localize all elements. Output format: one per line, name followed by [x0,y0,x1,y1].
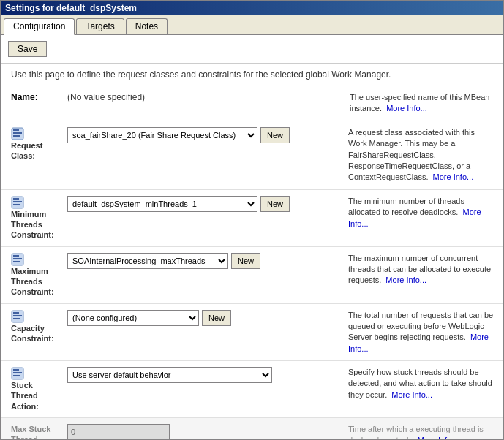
svg-rect-7 [13,204,20,205]
capacity-control: (None configured) New [63,304,341,361]
svg-rect-17 [13,369,19,371]
svg-rect-10 [13,258,22,259]
settings-window: Settings for default_dspSystem Configura… [0,0,504,440]
svg-rect-5 [13,198,19,200]
capacity-row: CapacityConstraint: (None configured) Ne… [1,304,503,362]
maximum-threads-row: MaximumThreadsConstraint: SOAInternalPro… [1,247,503,304]
description-text: Use this page to define the request clas… [1,64,503,86]
minimum-threads-help: The minimum number of threads allocated … [341,190,502,246]
svg-rect-19 [13,375,20,376]
stuck-thread-row: StuckThreadAction: Use server default be… [1,361,503,418]
svg-rect-2 [13,132,22,134]
toolbar: Save [1,35,503,64]
name-row: Name: (No value specified) The user-spec… [1,86,503,121]
stuck-thread-control: Use server default behavior [63,361,341,417]
name-value: (No value specified) [63,86,342,121]
capacity-more-info[interactable]: More [470,333,489,341]
svg-rect-6 [13,201,22,202]
maximum-threads-more-info[interactable]: More Info... [385,276,426,284]
request-class-label-cell: RequestClass: [1,121,63,189]
tab-targets[interactable]: Targets [76,18,124,34]
max-stuck-thread-label-cell: Max StuckThread [1,418,63,439]
capacity-help: The total number of requests that can be… [341,304,502,361]
svg-rect-9 [13,255,19,257]
capacity-new-button[interactable]: New [202,310,231,326]
maximum-threads-help: The maximum number of concurrent threads… [341,247,502,303]
minimum-threads-new-button[interactable]: New [260,196,290,212]
maximum-threads-label-cell: MaximumThreadsConstraint: [1,247,63,303]
capacity-icon [11,310,24,323]
svg-rect-3 [13,135,20,137]
svg-rect-13 [13,312,19,314]
tab-configuration[interactable]: Configuration [4,18,75,35]
name-help: The user-specified name of this MBean in… [342,86,503,121]
svg-rect-14 [13,315,22,316]
maximum-threads-select[interactable]: SOAInternalProcessing_maxThreads [67,253,228,269]
minimum-threads-label: MinimumThreadsConstraint: [11,209,54,240]
svg-rect-1 [13,129,19,131]
request-class-control: soa_fairShare_20 (Fair Share Request Cla… [63,121,341,189]
tab-notes[interactable]: Notes [126,18,168,34]
settings-table: Name: (No value specified) The user-spec… [1,86,503,439]
request-class-row: RequestClass: soa_fairShare_20 (Fair Sha… [1,121,503,190]
maximum-threads-new-button[interactable]: New [231,253,260,269]
name-more-info[interactable]: More Info... [386,104,427,113]
request-class-icon [11,127,24,140]
request-class-more-info[interactable]: More Info... [433,172,474,181]
max-stuck-thread-control [63,418,341,439]
svg-rect-15 [13,318,20,319]
minimum-threads-control: default_dspSystem_minThreads_1 New [63,190,341,246]
request-class-select[interactable]: soa_fairShare_20 (Fair Share Request Cla… [67,127,257,143]
name-label: Name: [1,86,63,121]
max-stuck-thread-help: Time after which a executing thread is d… [341,418,502,439]
minimum-threads-select[interactable]: default_dspSystem_minThreads_1 [67,196,257,212]
minimum-threads-icon [11,196,24,209]
request-class-label: RequestClass: [11,140,42,162]
title-bar: Settings for default_dspSystem [1,1,503,15]
maximum-threads-icon [11,253,24,266]
max-stuck-thread-input [67,424,170,439]
minimum-threads-row: MinimumThreadsConstraint: default_dspSys… [1,190,503,247]
svg-rect-18 [13,372,22,373]
stuck-thread-help: Specify how stuck threads should be dete… [341,361,502,417]
stuck-thread-icon [11,367,24,380]
capacity-label-cell: CapacityConstraint: [1,304,63,361]
minimum-threads-more-info[interactable]: More Info... [348,208,481,227]
maximum-threads-label: MaximumThreadsConstraint: [11,266,54,297]
capacity-select[interactable]: (None configured) [67,310,199,326]
content-area: Save Use this page to define the request… [1,35,503,439]
request-class-help: A request class associated with this Wor… [341,121,502,189]
max-stuck-thread-row: Max StuckThread Time after which a execu… [1,418,503,439]
request-class-new-button[interactable]: New [260,127,290,143]
capacity-label: CapacityConstraint: [11,323,54,344]
maximum-threads-control: SOAInternalProcessing_maxThreads New [63,247,341,303]
tab-bar: Configuration Targets Notes [1,15,503,35]
stuck-thread-label: StuckThreadAction: [11,380,39,411]
svg-rect-11 [13,261,20,262]
window-title: Settings for default_dspSystem [5,3,137,13]
max-stuck-thread-more-info[interactable]: More Info... [418,436,459,439]
capacity-info-link[interactable]: Info... [348,344,369,353]
minimum-threads-label-cell: MinimumThreadsConstraint: [1,190,63,246]
stuck-thread-label-cell: StuckThreadAction: [1,361,63,417]
stuck-thread-select[interactable]: Use server default behavior [67,367,272,383]
save-button[interactable]: Save [8,41,47,57]
stuck-thread-more-info[interactable]: More Info... [391,390,432,399]
max-stuck-thread-label: Max StuckThread [11,424,50,439]
